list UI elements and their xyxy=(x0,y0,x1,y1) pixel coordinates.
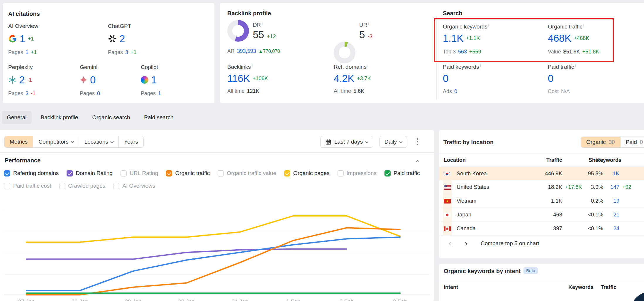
table-row-japan[interactable]: Japan 463 <0.1% 21 xyxy=(439,208,644,222)
citation-value[interactable]: 0 xyxy=(90,74,96,86)
tab-general[interactable]: General xyxy=(2,111,32,124)
pages-value[interactable]: 0 xyxy=(97,90,100,97)
toggle-organic[interactable]: Organic30 xyxy=(581,137,620,147)
citation-value[interactable]: 1 xyxy=(151,74,157,86)
calendar-icon xyxy=(325,139,331,145)
col-keywords[interactable]: Keywords xyxy=(596,157,621,163)
pages-value[interactable]: 3 xyxy=(125,49,128,56)
tab-organic-search[interactable]: Organic search xyxy=(87,111,135,124)
metric-crawled-pages[interactable]: Crawled pages xyxy=(59,183,106,189)
traffic-table-header: Location Traffic Share Keywords xyxy=(439,155,644,167)
search-title: Search xyxy=(443,10,462,17)
metric-domain-rating[interactable]: Domain Rating xyxy=(67,170,113,176)
metric-organic-traffic-value[interactable]: Organic traffic value xyxy=(218,170,276,176)
ur-donut-chart xyxy=(334,42,355,63)
alltime-label: All time xyxy=(227,88,245,94)
filter-years-button[interactable]: Years xyxy=(119,136,143,147)
keywords-value[interactable]: 21 xyxy=(613,211,619,218)
info-icon[interactable]: i xyxy=(252,63,252,68)
table-row-south-korea[interactable]: South Korea 446.9K 95.5% 1K xyxy=(439,167,644,180)
backlinks-value[interactable]: 116K xyxy=(227,73,250,84)
cost-label: Cost xyxy=(548,88,559,95)
annotation-highlight-box xyxy=(434,18,614,62)
info-icon[interactable]: i xyxy=(480,63,481,68)
table-row-vietnam[interactable]: Vietnam 1.1K 0.2% 19 xyxy=(439,194,644,208)
citation-value[interactable]: 1 xyxy=(20,33,25,45)
citation-value[interactable]: 2 xyxy=(19,74,25,86)
tab-paid-search[interactable]: Paid search xyxy=(139,111,178,124)
alltime-value: 121K xyxy=(247,88,259,94)
ads-label: Ads xyxy=(443,88,452,95)
keywords-value[interactable]: 1K xyxy=(613,170,619,177)
col-intent[interactable]: Intent xyxy=(444,284,458,290)
performance-title: Performance xyxy=(5,157,40,164)
table-row-canada[interactable]: Canada 397 <0.1% 24 xyxy=(439,222,644,236)
col-traffic[interactable]: Traffic xyxy=(546,157,562,163)
info-icon[interactable]: i xyxy=(368,21,369,26)
keywords-by-intent-card: Organic keywords by intentBeta Intent Ke… xyxy=(439,264,644,301)
country-name: Vietnam xyxy=(457,198,477,204)
table-row-united-states[interactable]: United States 18.2K +17.8K 3.9% 147 +92 xyxy=(439,180,644,194)
share-value: 0.2% xyxy=(591,198,603,204)
table-pagination: Compare top 5 on chart xyxy=(439,236,644,251)
keywords-delta: +92 xyxy=(622,184,631,190)
paid-traffic-metric: Paid traffici 0 CostN/A xyxy=(548,63,576,95)
metric-ai-overviews[interactable]: AI Overviews xyxy=(113,183,155,189)
chatgpt-icon xyxy=(108,34,117,43)
dr-value: 55 xyxy=(253,29,264,41)
date-range-label: Last 7 days xyxy=(334,139,363,145)
pages-label: Pages xyxy=(8,90,23,97)
citation-delta: +1 xyxy=(28,36,34,42)
metric-url-rating[interactable]: URL Rating xyxy=(121,170,158,176)
organic-paid-toggle: Organic30 Paid0 xyxy=(581,137,644,148)
more-options-kebab-icon[interactable] xyxy=(413,136,422,148)
filter-competitors-button[interactable]: Competitors xyxy=(33,136,79,147)
col-location[interactable]: Location xyxy=(444,157,466,163)
tab-backlink-profile[interactable]: Backlink profile xyxy=(36,111,83,124)
pages-value[interactable]: 1 xyxy=(26,49,28,56)
page-next-icon[interactable] xyxy=(461,239,471,249)
metric-paid-traffic-cost[interactable]: Paid traffic cost xyxy=(4,183,51,189)
ads-value[interactable]: 0 xyxy=(454,88,457,95)
ref-domains-value[interactable]: 4.2K xyxy=(334,73,354,84)
chevron-down-icon xyxy=(365,140,369,143)
pages-value[interactable]: 1 xyxy=(158,90,161,97)
toggle-paid[interactable]: Paid0 xyxy=(620,137,644,147)
compare-top5-link[interactable]: Compare top 5 on chart xyxy=(481,240,539,247)
copilot-icon xyxy=(141,76,148,84)
traffic-delta: +17.8K xyxy=(565,184,582,190)
performance-line-chart[interactable]: 27 Jan28 Jan29 Jan30 Jan31 Jan1 Feb2 Feb… xyxy=(0,200,434,301)
pages-label: Pages xyxy=(80,90,95,97)
metric-referring-domains[interactable]: Referring domains xyxy=(4,170,59,176)
filter-locations-button[interactable]: Locations xyxy=(79,136,119,147)
metric-organic-pages[interactable]: Organic pages xyxy=(284,170,330,176)
cost-value: N/A xyxy=(561,88,570,95)
date-range-button[interactable]: Last 7 days xyxy=(320,136,373,148)
ar-delta: ▲770,070 xyxy=(258,49,280,54)
metric-paid-traffic[interactable]: Paid traffic xyxy=(384,170,420,176)
filter-metrics-button[interactable]: Metrics xyxy=(4,136,33,147)
share-value: 95.5% xyxy=(588,170,603,177)
info-icon[interactable]: i xyxy=(41,10,42,14)
paid-keywords-value[interactable]: 0 xyxy=(443,73,448,84)
collapse-section-icon[interactable] xyxy=(416,160,419,163)
info-icon[interactable]: i xyxy=(575,63,576,68)
col-traffic[interactable]: Traffic xyxy=(601,284,616,290)
paid-traffic-value[interactable]: 0 xyxy=(548,73,553,84)
metric-organic-traffic[interactable]: Organic traffic xyxy=(166,170,210,176)
metric-impressions[interactable]: Impressions xyxy=(338,170,377,176)
page-prev-icon[interactable] xyxy=(445,239,455,249)
ar-value[interactable]: 393,593 xyxy=(237,48,256,54)
keywords-value[interactable]: 19 xyxy=(613,198,619,204)
keywords-value[interactable]: 24 xyxy=(613,225,619,232)
col-keywords[interactable]: Keywords xyxy=(568,284,594,290)
info-icon[interactable]: i xyxy=(262,21,262,26)
divider xyxy=(439,281,644,281)
ai-citations-card: AI citationsi AI Overview 1 +1 Pages1+1 … xyxy=(3,3,214,103)
flag-vietnam-icon xyxy=(444,199,451,203)
info-icon[interactable]: i xyxy=(367,63,368,68)
keywords-value[interactable]: 147 xyxy=(610,184,619,190)
granularity-button[interactable]: Daily xyxy=(379,136,407,148)
citation-value[interactable]: 2 xyxy=(119,33,125,45)
pages-value[interactable]: 3 xyxy=(26,90,28,97)
